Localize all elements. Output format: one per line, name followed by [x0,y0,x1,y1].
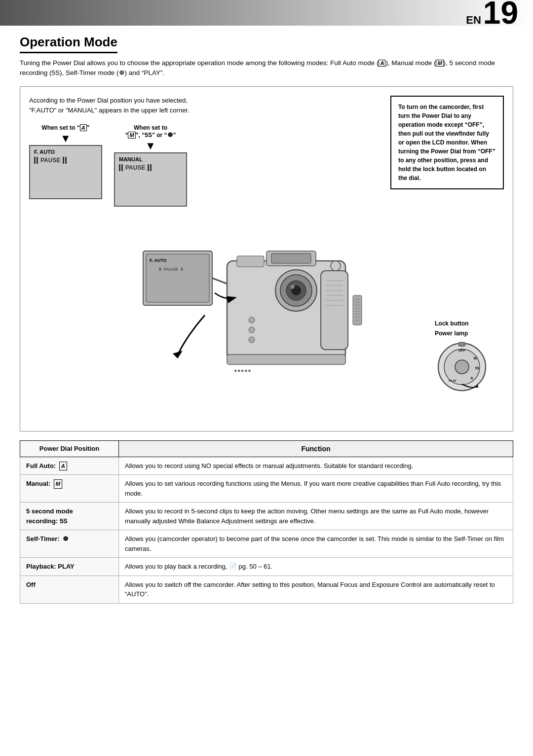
svg-text:⏸ PAUSE ⏸: ⏸ PAUSE ⏸ [158,267,184,272]
lcd-screen-fauto: F. AUTO PAUSE [29,145,102,199]
table-cell-function-2: Allows you to set various recording func… [119,475,513,503]
diagram-description: According to the Power Dial position you… [29,96,197,115]
svg-point-22 [249,317,255,323]
table-header-position: Power Dial Position [20,440,119,457]
section-title: Operation Mode [20,35,117,53]
svg-text:PLAY: PLAY [449,379,456,382]
table-header-function: Function [119,440,513,457]
lcd-pause-manual: PAUSE [119,164,182,171]
table-cell-function-1: Allows you to record using NO special ef… [119,457,513,475]
table-cell-function-5: Allows you to play back a recording, 📄 p… [119,558,513,576]
table-row: Self-Timer: ☸ Allows you (camcorder oper… [20,530,513,558]
svg-rect-25 [237,256,264,267]
svg-text:A: A [470,376,473,380]
lcd-screen-manual: MANUAL PAUSE [114,152,187,207]
lcd-arrow-fauto: ▼ [60,133,71,144]
svg-point-10 [291,285,295,289]
table-row: Full Auto: A Allows you to record using … [20,457,513,475]
table-row: Manual: M Allows you to set various reco… [20,475,513,503]
page-number: 19 [483,0,518,29]
svg-point-20 [331,261,341,271]
svg-rect-12 [271,253,311,263]
table-cell-function-4: Allows you (camcorder operator) to becom… [119,530,513,558]
table-row: 5 second moderecording: 5S Allows you to… [20,503,513,530]
svg-text:F. AUTO: F. AUTO [150,258,167,263]
table-row: Playback: PLAY Allows you to play back a… [20,558,513,576]
svg-rect-41 [458,342,465,346]
lcd-screens-row: When set to “A” ▼ F. AUTO PAUSE When set… [29,124,504,207]
icon-self-timer: ☸ [63,535,69,542]
svg-text:■ ■ ■ ■ ■: ■ ■ ■ ■ ■ [234,368,251,373]
table-cell-position-4: Self-Timer: ☸ [20,530,119,558]
svg-text:OFF: OFF [458,349,466,352]
lcd-arrow-manual: ▼ [145,141,156,151]
lcd-mode-fauto: F. AUTO [34,149,97,155]
page-number-area: EN 19 [466,0,518,29]
lcd-pause-fauto: PAUSE [34,157,97,164]
svg-rect-28 [353,295,362,325]
svg-text:5S: 5S [475,366,480,370]
lcd-pause-text-manual: PAUSE [125,164,145,171]
svg-rect-21 [227,355,345,364]
lock-button-label: Lock button [435,320,469,327]
table-cell-position-3: 5 second moderecording: 5S [20,503,119,530]
diagram-box: According to the Power Dial position you… [20,86,513,432]
table-cell-function-3: Allows you to record in 5-second clips t… [119,503,513,530]
svg-point-40 [455,360,469,374]
table-cell-function-6: Allows you to switch off the camcorder. … [119,576,513,603]
power-dial-svg: OFF M 5S A PLAY [435,340,489,394]
table-cell-position-2: Manual: M [20,475,119,503]
lcd-label-manual: When set to“M”, “5S” or “☸” [125,124,176,139]
power-lamp-label: Power lamp [435,330,468,337]
table-cell-position-5: Playback: PLAY [20,558,119,576]
lcd-group-manual: When set to“M”, “5S” or “☸” ▼ MANUAL PAU… [114,124,187,207]
svg-rect-13 [321,271,348,350]
camcorder-area: F. AUTO ⏸ PAUSE ⏸ [29,212,504,399]
lcd-label-fauto: When set to “A” [41,124,89,131]
lcd-group-fauto: When set to “A” ▼ F. AUTO PAUSE [29,124,102,207]
main-content: Operation Mode Tuning the Power Dial all… [0,26,533,613]
en-label: EN [466,15,481,26]
header-bar: EN 19 [0,0,533,26]
svg-marker-26 [173,351,183,359]
lcd-pause-text-fauto: PAUSE [40,157,60,164]
table-cell-position-1: Full Auto: A [20,457,119,475]
table-row: Off Allows you to switch off the camcord… [20,576,513,603]
icon-full-auto: A [59,462,67,471]
svg-point-24 [249,337,255,343]
camcorder-svg: F. AUTO ⏸ PAUSE ⏸ [128,221,405,399]
intro-text: Tuning the Power Dial allows you to choo… [20,58,513,78]
table-cell-position-6: Off [20,576,119,603]
icon-manual: M [54,479,62,489]
power-dial-table: Power Dial Position Function Full Auto: … [20,440,513,604]
svg-point-23 [249,327,255,333]
lcd-mode-manual: MANUAL [119,156,182,162]
svg-text:M: M [474,357,477,360]
